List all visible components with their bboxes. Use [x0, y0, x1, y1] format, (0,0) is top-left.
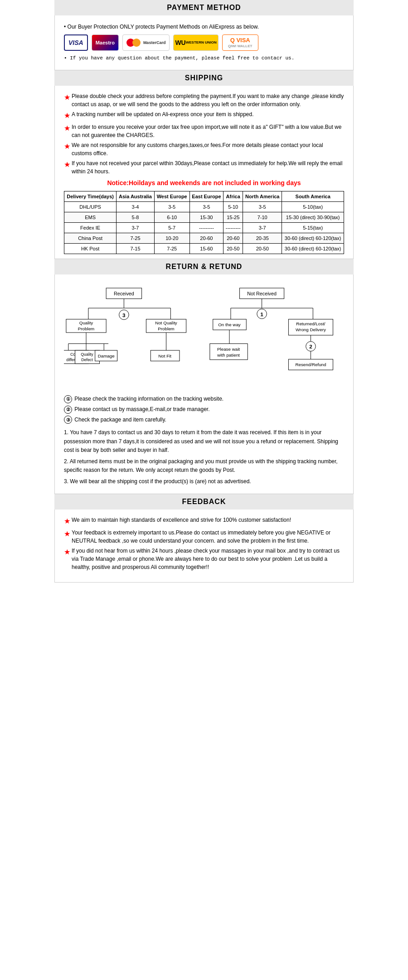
shipping-notice: Notice:Hoildays and weekends are not inc…	[64, 179, 344, 186]
payment-icons: VISA Maestro MasterCard WU WESTERN UNION…	[64, 34, 344, 51]
col-west-europe: West Europe	[154, 191, 189, 202]
svg-text:Quality: Quality	[79, 320, 93, 325]
table-cell: 20-50	[243, 244, 282, 254]
table-cell: 3-7	[243, 223, 282, 233]
flow-right-svg: Not Received 1 On the way	[206, 286, 344, 388]
payment-note: • Our Buyer Protection ONLY protects Pay…	[64, 24, 344, 30]
table-cell: 15-25	[223, 212, 243, 223]
feedback-section: ★We aim to maintain high standards of ex…	[54, 510, 354, 583]
svg-text:Not  Received: Not Received	[247, 291, 277, 296]
shipping-item-3: ★ In order to ensure you receive your or…	[64, 123, 344, 139]
return-rules: 1. You have 7 days to contact us and 30 …	[64, 428, 344, 486]
table-cell: EMS	[64, 212, 117, 223]
svg-text:Defect: Defect	[81, 358, 93, 362]
table-cell: ---------	[223, 223, 243, 233]
table-cell: 7-10	[243, 212, 282, 223]
table-cell: Fedex IE	[64, 223, 117, 233]
maestro-card-icon: Maestro	[92, 34, 119, 51]
shipping-section: ★ Please double check your address befor…	[54, 86, 354, 259]
legend-3: ③ Check the package and item carefully.	[64, 416, 344, 424]
svg-text:3: 3	[122, 312, 126, 318]
table-cell: 20-60	[223, 233, 243, 244]
table-cell: HK Post	[64, 244, 117, 254]
table-cell: 6-10	[154, 212, 189, 223]
table-cell: 3-5	[243, 202, 282, 212]
rule-2: 2. All returned items must be in the ori…	[64, 457, 344, 475]
feedback-item: ★We aim to maintain high standards of ex…	[64, 516, 344, 527]
svg-text:Resend/Refund: Resend/Refund	[295, 362, 326, 367]
svg-text:1: 1	[260, 311, 263, 317]
svg-text:2: 2	[309, 343, 312, 349]
table-cell: 7-15	[117, 244, 155, 254]
table-cell: 5-8	[117, 212, 155, 223]
feedback-item: ★If you did not hear from us within 24 h…	[64, 547, 344, 571]
svg-text:with patient: with patient	[217, 353, 240, 358]
table-cell: ---------	[189, 223, 223, 233]
svg-text:Not Quality: Not Quality	[155, 320, 177, 325]
table-cell: 7-25	[154, 244, 189, 254]
svg-text:Returned/Lost/: Returned/Lost/	[296, 321, 325, 326]
svg-text:Problem: Problem	[158, 326, 174, 331]
shipping-item-1: ★ Please double check your address befor…	[64, 92, 344, 108]
svg-text:Quality: Quality	[81, 352, 93, 357]
feedback-item: ★Your feedback is extremely important to…	[64, 529, 344, 545]
visa-card-icon: VISA	[64, 34, 88, 51]
svg-text:Damage: Damage	[98, 353, 115, 358]
table-cell: 20-35	[243, 233, 282, 244]
mastercard-icon: MasterCard	[122, 34, 170, 51]
section-return-header: RETURN & RETUND	[54, 259, 354, 274]
svg-text:Not Fit: Not Fit	[158, 353, 171, 358]
western-union-icon: WU WESTERN UNION	[173, 34, 218, 51]
svg-text:Wrong Delivery: Wrong Delivery	[296, 327, 326, 332]
table-cell: DHL/UPS	[64, 202, 117, 212]
rule-3: 3. We will bear all the shipping cost if…	[64, 477, 344, 486]
table-cell: 3-5	[189, 202, 223, 212]
col-east-europe: East Europe	[189, 191, 223, 202]
legend-2: ② Please contact us by massage,E-mail,or…	[64, 405, 344, 414]
table-cell: 5-15(tax)	[282, 223, 344, 233]
shipping-item-2: ★ A tracking number will be updated on A…	[64, 110, 344, 121]
col-africa: Africa	[223, 191, 243, 202]
svg-text:On the way: On the way	[218, 322, 241, 327]
qiwi-visa-icon: Q VISA QIWI WALLET	[222, 34, 258, 51]
table-cell: 3-5	[154, 202, 189, 212]
section-shipping-header: SHIPPING	[54, 70, 354, 86]
table-cell: 30-60 (direct) 60-120(tax)	[282, 244, 344, 254]
table-cell: 5-10(tax)	[282, 202, 344, 212]
flow-left: Received 3 Quality Pro	[64, 286, 202, 390]
table-cell: 10-20	[154, 233, 189, 244]
table-cell: 3-7	[117, 223, 155, 233]
table-cell: 20-60	[189, 233, 223, 244]
shipping-item-4: ★ We are not responsible for any customs…	[64, 141, 344, 157]
section-feedback-header: FEEDBACK	[54, 494, 354, 510]
flow-right: Not Received 1 On the way	[206, 286, 344, 390]
svg-text:Problem: Problem	[78, 326, 94, 331]
col-asia: Asia Australia	[117, 191, 155, 202]
table-cell: 15-30	[189, 212, 223, 223]
shipping-table: Delivery Time(days) Asia Australia West …	[64, 191, 344, 254]
shipping-item-5: ★ If you have not received your parcel w…	[64, 159, 344, 176]
table-cell: 7-25	[117, 233, 155, 244]
table-cell: 5-7	[154, 223, 189, 233]
flow-left-svg: Received 3 Quality Pro	[64, 286, 202, 388]
table-cell: 20-50	[223, 244, 243, 254]
section-payment-header: PAYMENT METHOD	[54, 0, 354, 15]
payment-section: • Our Buyer Protection ONLY protects Pay…	[54, 15, 354, 70]
legend-1: ① Please check the tracking information …	[64, 395, 344, 403]
table-cell: 3-4	[117, 202, 155, 212]
table-cell: China Post	[64, 233, 117, 244]
table-cell: 15-60	[189, 244, 223, 254]
col-south-america: South America	[282, 191, 344, 202]
svg-text:Received: Received	[114, 291, 134, 296]
col-delivery-time: Delivery Time(days)	[64, 191, 117, 202]
table-cell: 30-60 (direct) 60-120(tax)	[282, 233, 344, 244]
table-cell: 15-30 (direct) 30-90(tax)	[282, 212, 344, 223]
svg-text:Please wait: Please wait	[217, 347, 240, 352]
payment-question: • If you have any question about the pay…	[64, 55, 344, 61]
rule-1: 1. You have 7 days to contact us and 30 …	[64, 428, 344, 455]
return-section: Received 3 Quality Pro	[54, 274, 354, 494]
table-cell: 5-10	[223, 202, 243, 212]
col-north-america: North America	[243, 191, 282, 202]
